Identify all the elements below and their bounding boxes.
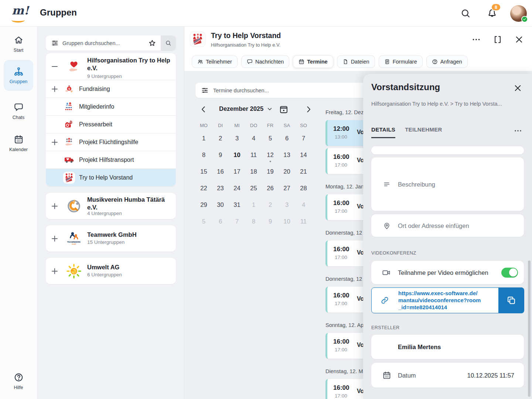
calendar-day[interactable]: 24 — [229, 180, 245, 197]
user-avatar[interactable] — [510, 5, 527, 22]
calendar-day[interactable]: 12 — [262, 147, 279, 163]
calendar-day[interactable]: 6 — [279, 130, 295, 147]
truck-icon — [63, 154, 75, 166]
calendar-day[interactable]: 6 — [212, 213, 229, 230]
nav-item-kalender[interactable]: Kalender — [4, 134, 33, 152]
detail-tab-details[interactable]: DETAILS — [371, 126, 395, 138]
teamwerk-icon: TEAMWERKGmbH — [65, 230, 83, 248]
filter-sliders-icon[interactable] — [51, 39, 59, 47]
description-field[interactable]: Beschreibung — [371, 157, 524, 211]
calendar-day[interactable]: 29 — [195, 197, 212, 213]
calendar-day[interactable]: 10 — [279, 213, 295, 230]
subgroup-row[interactable]: $Fundraising — [46, 80, 176, 98]
calendar-day[interactable]: 23 — [212, 180, 229, 197]
month-selector[interactable]: Dezember 2025 — [219, 105, 273, 112]
calendar-day[interactable]: 5 — [195, 213, 212, 230]
calendar-day[interactable]: 7 — [229, 213, 245, 230]
calendar-day[interactable]: 31 — [229, 197, 245, 213]
calendar-day[interactable]: 15 — [195, 163, 212, 180]
calendar-day[interactable]: 1 — [195, 130, 212, 147]
prev-month-icon[interactable] — [199, 105, 208, 114]
nav-item-hilfe[interactable]: Hilfe — [4, 372, 33, 390]
calendar-day[interactable]: 13 — [279, 147, 295, 163]
more-options-icon[interactable] — [514, 126, 522, 135]
copy-link-button[interactable] — [498, 287, 524, 313]
tab-anfragen[interactable]: Anfragen — [426, 55, 468, 68]
home-icon — [14, 35, 24, 45]
calendar-day[interactable]: 28 — [295, 180, 312, 197]
link-icon — [381, 296, 389, 305]
calendar-day[interactable]: 20 — [279, 163, 295, 180]
groups-search-button[interactable] — [161, 35, 176, 51]
calendar-day[interactable]: 2 — [212, 130, 229, 147]
app-logo[interactable]: m! — [9, 3, 30, 24]
group-card[interactable]: Musikverein Humba Tätärä e.V.4 Untergrup… — [46, 193, 176, 219]
calendar-day[interactable]: 16 — [212, 163, 229, 180]
calendar-day[interactable]: 9 — [212, 147, 229, 163]
tab-formulare[interactable]: Formulare — [379, 55, 423, 68]
svg-text:TEAMWERK: TEAMWERK — [67, 241, 81, 243]
subgroup-row[interactable]: Projekt Hilfstransport — [46, 151, 176, 168]
expand-icon[interactable] — [493, 35, 502, 44]
group-card[interactable]: TEAMWERKGmbHTeamwerk GmbH15 Untergruppen — [46, 225, 176, 252]
close-icon[interactable] — [513, 83, 522, 93]
calendar-day[interactable]: 30 — [212, 197, 229, 213]
calendar-day[interactable]: 7 — [295, 130, 312, 147]
nav-item-start[interactable]: Start — [4, 35, 33, 53]
calendar-day[interactable]: 26 — [262, 180, 279, 197]
group-card[interactable]: Umwelt AG6 Untergruppen — [46, 258, 176, 284]
calendar-today-icon[interactable] — [279, 105, 289, 114]
panel-scrollbar[interactable] — [528, 260, 531, 397]
calendar-day-today[interactable]: 10 — [229, 147, 245, 163]
video-link-card[interactable]: https://www.exec-software.de/mantau/vide… — [371, 287, 524, 313]
calendar-day[interactable]: 4 — [245, 130, 262, 147]
nav-item-chats[interactable]: Chats — [4, 102, 33, 120]
calendar-day[interactable]: 5 — [262, 130, 279, 147]
calendar-day[interactable]: 17 — [229, 163, 245, 180]
calendar-day[interactable]: 22 — [195, 180, 212, 197]
calendar-day[interactable]: 8 — [245, 213, 262, 230]
calendar-day[interactable]: 3 — [279, 197, 295, 213]
top-bar: m! Gruppen 8 — [0, 0, 532, 27]
video-link[interactable]: https://www.exec-software.de/mantau/vide… — [398, 290, 495, 311]
close-icon[interactable] — [514, 35, 524, 44]
calendar-day[interactable]: 3 — [229, 130, 245, 147]
global-search-icon[interactable] — [460, 8, 471, 18]
more-options-icon[interactable] — [471, 35, 481, 44]
nav-item-gruppen[interactable]: Gruppen — [4, 60, 33, 91]
calendar-day[interactable]: 1 — [245, 197, 262, 213]
calendar-day[interactable]: 2 — [262, 197, 279, 213]
calendar-day[interactable]: 4 — [295, 197, 312, 213]
next-month-icon[interactable] — [304, 105, 313, 114]
calendar-day[interactable]: 27 — [279, 180, 295, 197]
calendar-day[interactable]: 18 — [245, 163, 262, 180]
subgroup-row[interactable]: Try to Help Vorstand — [46, 168, 176, 186]
tab-dateien[interactable]: Dateien — [337, 55, 375, 68]
tab-termine[interactable]: Termine — [293, 55, 333, 68]
calendar-day[interactable]: 11 — [295, 213, 312, 230]
calendar-day[interactable]: 19 — [262, 163, 279, 180]
svg-text:GmbH: GmbH — [72, 243, 76, 245]
logo-text: m! — [12, 4, 29, 17]
calendar-day[interactable]: 25 — [245, 180, 262, 197]
location-field[interactable]: Ort oder Adresse einfügen — [371, 214, 524, 237]
nav-label: Hilfe — [14, 385, 23, 390]
subgroup-row[interactable]: Mitgliederinfo — [46, 98, 176, 115]
collapse-minus-icon[interactable] — [50, 62, 59, 71]
group-root-row[interactable]: Hilfsorganisation Try to Help e.V. 9 Unt… — [46, 53, 176, 80]
calendar-day[interactable]: 8 — [195, 147, 212, 163]
group-meta: 4 Untergruppen — [87, 211, 122, 216]
calendar-day[interactable]: 11 — [245, 147, 262, 163]
video-toggle-switch[interactable] — [501, 267, 518, 277]
calendar-day[interactable]: 14 — [295, 147, 312, 163]
detail-tab-teilnehmer[interactable]: TEILNEHMER — [405, 126, 442, 138]
calendar-day[interactable]: 9 — [262, 213, 279, 230]
tab-nachrichten[interactable]: Nachrichten — [241, 55, 289, 68]
calendar-day[interactable]: 21 — [295, 163, 312, 180]
subgroup-row[interactable]: Projekt Flüchtlingshilfe — [46, 133, 176, 151]
groups-search-input[interactable] — [59, 40, 148, 46]
subgroup-row[interactable]: NEWSPressearbeit — [46, 115, 176, 133]
favorites-star-icon[interactable] — [148, 39, 156, 47]
tab-teilnehmer[interactable]: Teilnehmer — [192, 55, 238, 68]
filter-sliders-icon[interactable] — [201, 86, 209, 94]
